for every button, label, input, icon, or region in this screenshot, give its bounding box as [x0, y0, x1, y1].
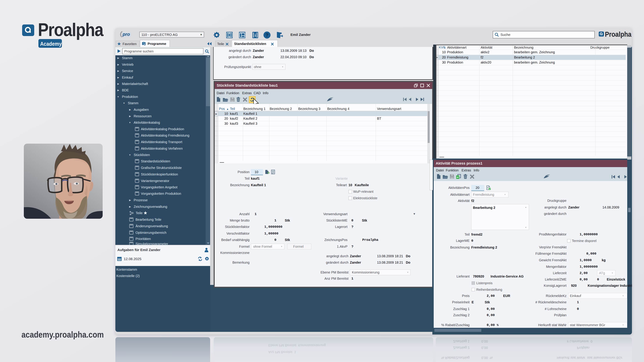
svg-text:i: i [254, 33, 256, 38]
svg-text:?: ? [266, 32, 268, 38]
svg-text:pro: pro [122, 32, 130, 37]
